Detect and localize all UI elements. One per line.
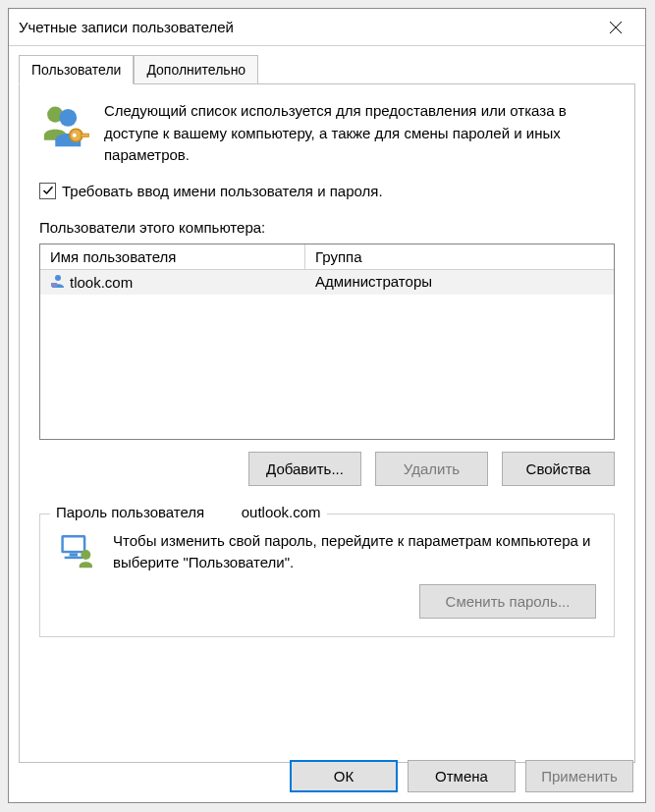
svg-rect-5 [81,134,88,136]
add-button[interactable]: Добавить... [248,452,361,486]
user-row-icon [50,273,66,292]
svg-rect-8 [51,283,57,287]
legend-prefix: Пароль пользователя [56,504,204,520]
legend-user: outlook.com [242,504,321,520]
intro-text: Следующий список используется для предос… [104,100,615,167]
cell-username: tlook.com [70,274,133,291]
checkmark-icon [42,185,54,196]
table-header: Имя пользователя Группа [40,244,614,270]
svg-point-3 [59,109,77,127]
svg-rect-12 [65,556,82,559]
window-title: Учетные записи пользователей [19,19,234,35]
user-buttons-row: Добавить... Удалить Свойства [39,452,615,486]
intro-section: Следующий список используется для предос… [39,100,615,167]
table-row[interactable]: tlook.com Администраторы [40,270,614,295]
password-user-icon [58,530,97,574]
tab-users[interactable]: Пользователи [19,55,134,84]
svg-point-7 [55,275,61,281]
require-credentials-checkbox[interactable]: Требовать ввод имени пользователя и паро… [39,183,615,199]
tab-panel-users: Следующий список используется для предос… [19,83,635,763]
dialog-footer: ОК Отмена Применить [290,760,633,792]
checkbox-box[interactable] [39,183,56,199]
svg-point-6 [73,134,77,137]
apply-button: Применить [525,760,633,792]
column-header-name[interactable]: Имя пользователя [40,244,305,270]
password-groupbox-legend: Пароль пользователя outlook.com [50,504,327,520]
remove-button: Удалить [375,452,488,486]
users-key-icon [39,100,90,167]
cell-group: Администраторы [305,270,614,295]
properties-button[interactable]: Свойства [502,452,615,486]
ok-button[interactable]: ОК [290,760,398,792]
checkbox-label: Требовать ввод имени пользователя и паро… [62,183,383,199]
password-groupbox: Пароль пользователя outlook.com Чтоб [39,514,615,637]
user-accounts-dialog: Учетные записи пользователей Пользовател… [8,8,646,803]
user-table[interactable]: Имя пользователя Группа tlook.com Админи… [39,244,615,440]
cancel-button[interactable]: Отмена [408,760,516,792]
close-icon [609,21,623,34]
svg-point-13 [81,550,90,560]
close-button[interactable] [596,15,635,40]
user-list-label: Пользователи этого компьютера: [39,219,615,236]
change-password-button: Сменить пароль... [419,584,596,619]
svg-rect-10 [64,537,83,550]
tab-advanced[interactable]: Дополнительно [134,55,258,84]
svg-rect-11 [70,553,78,556]
password-text: Чтобы изменить свой пароль, перейдите к … [113,530,596,574]
titlebar: Учетные записи пользователей [9,9,645,46]
column-header-group[interactable]: Группа [305,244,614,270]
tab-strip: Пользователи Дополнительно [19,54,645,83]
